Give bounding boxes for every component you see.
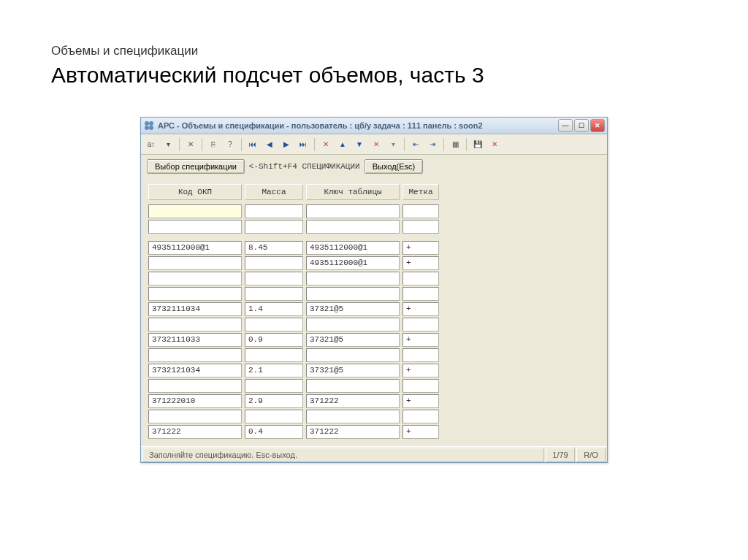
cell-c4[interactable]: + <box>402 302 439 316</box>
cell-c2[interactable] <box>245 410 303 423</box>
status-position: 1/79 <box>546 448 575 462</box>
cell-c2[interactable] <box>245 256 303 270</box>
table-row <box>148 318 600 331</box>
column-header-mass[interactable]: Масса <box>245 184 303 200</box>
cell-c4[interactable]: + <box>402 256 439 270</box>
cell-c2[interactable] <box>245 204 303 218</box>
indent-left-button[interactable]: ⇤ <box>408 137 423 152</box>
cell-c4[interactable] <box>402 379 439 393</box>
maximize-button[interactable]: ☐ <box>574 119 589 132</box>
cell-c2[interactable]: 0.9 <box>245 333 303 347</box>
cell-c3[interactable] <box>306 204 400 218</box>
exit-button[interactable]: Выход(Esc) <box>365 159 424 174</box>
cell-c2[interactable]: 2.9 <box>245 394 303 408</box>
cell-c3[interactable] <box>306 318 400 331</box>
cell-c1[interactable] <box>148 220 242 234</box>
window-title: АРС - Объемы и спецификации - пользовате… <box>158 121 558 130</box>
table-row: 37321110330.937321@5+ <box>148 333 600 347</box>
cell-c1[interactable]: 371222010 <box>148 394 242 408</box>
cell-c3[interactable]: 37321@5 <box>306 364 400 377</box>
delete-button[interactable]: ✕ <box>318 137 333 152</box>
cell-c4[interactable] <box>402 410 439 423</box>
close-x-button[interactable]: ✕ <box>183 137 198 152</box>
cell-c3[interactable]: 371222 <box>306 394 400 408</box>
separator <box>202 138 202 151</box>
cell-c4[interactable] <box>402 272 439 285</box>
row-spacer <box>148 235 600 241</box>
close-button[interactable]: ✕ <box>590 119 605 132</box>
cell-c2[interactable] <box>245 220 303 234</box>
cancel-button[interactable]: ✕ <box>487 137 502 152</box>
cell-c2[interactable] <box>245 318 303 331</box>
cell-c3[interactable] <box>306 379 400 393</box>
cell-c1[interactable]: 3732121034 <box>148 364 242 377</box>
cell-c4[interactable] <box>402 348 439 362</box>
cell-c2[interactable] <box>245 287 303 301</box>
nav-next-button[interactable]: ▶ <box>279 137 294 152</box>
nav-last-button[interactable]: ⏭ <box>296 137 310 152</box>
down-arrow-button[interactable]: ▼ <box>352 137 367 152</box>
cell-c2[interactable] <box>245 348 303 362</box>
toolbar: a↕ ▾ ✕ ⎘ ? ⏮ ◀ ▶ ⏭ ✕ ▲ ▼ ✕ ▾ ⇤ ⇥ ▦ 💾 ✕ <box>141 134 607 155</box>
table-row <box>148 379 600 393</box>
dropdown-button[interactable]: ▾ <box>161 137 175 152</box>
cell-c3[interactable] <box>306 410 400 423</box>
minimize-button[interactable]: — <box>558 119 573 132</box>
delete2-button[interactable]: ✕ <box>369 137 383 152</box>
cell-c1[interactable] <box>148 410 242 423</box>
cell-c1[interactable]: 371222 <box>148 425 242 439</box>
cell-c1[interactable] <box>148 318 242 331</box>
help-button[interactable]: ? <box>223 137 237 152</box>
shortcut-hint: <-Shift+F4 СПЕЦИФИКАЦИИ <box>249 162 360 171</box>
cell-c2[interactable]: 8.45 <box>245 241 303 255</box>
cell-c4[interactable] <box>402 287 439 301</box>
cell-c1[interactable]: 3732111034 <box>148 302 242 316</box>
svg-point-3 <box>149 126 153 130</box>
column-header-key[interactable]: Ключ таблицы <box>306 184 400 200</box>
cell-c1[interactable] <box>148 272 242 285</box>
cell-c4[interactable] <box>402 204 439 218</box>
cell-c4[interactable]: + <box>402 394 439 408</box>
cell-c3[interactable] <box>306 287 400 301</box>
grid-rows: 4935112000@18.454935112000@1+4935112000@… <box>145 203 603 442</box>
grid-button[interactable]: ▦ <box>448 137 462 152</box>
column-header-mark[interactable]: Метка <box>402 184 439 200</box>
indent-right-button[interactable]: ⇥ <box>425 137 440 152</box>
nav-first-button[interactable]: ⏮ <box>245 137 260 152</box>
table-row <box>148 204 600 218</box>
collapse-button[interactable]: ▾ <box>386 137 400 152</box>
cell-c2[interactable] <box>245 272 303 285</box>
cell-c3[interactable]: 37321@5 <box>306 302 400 316</box>
save-button[interactable]: 💾 <box>470 137 485 152</box>
cell-c4[interactable]: + <box>402 333 439 347</box>
cell-c1[interactable] <box>148 256 242 270</box>
copy-button[interactable]: ⎘ <box>206 137 221 152</box>
cell-c3[interactable]: 4935112000@1 <box>306 241 400 255</box>
cell-c1[interactable]: 3732111033 <box>148 333 242 347</box>
cell-c3[interactable] <box>306 272 400 285</box>
cell-c3[interactable] <box>306 348 400 362</box>
column-header-okp[interactable]: Код ОКП <box>148 184 242 200</box>
cell-c2[interactable]: 2.1 <box>245 364 303 377</box>
cell-c4[interactable] <box>402 220 439 234</box>
cell-c2[interactable] <box>245 379 303 393</box>
cell-c1[interactable] <box>148 348 242 362</box>
cell-c1[interactable] <box>148 287 242 301</box>
cell-c3[interactable]: 371222 <box>306 425 400 439</box>
cell-c4[interactable] <box>402 318 439 331</box>
font-size-button[interactable]: a↕ <box>144 137 159 152</box>
nav-prev-button[interactable]: ◀ <box>262 137 277 152</box>
select-spec-button[interactable]: Выбор спецификации <box>147 159 245 174</box>
cell-c3[interactable]: 37321@5 <box>306 333 400 347</box>
cell-c3[interactable]: 4935112000@1 <box>306 256 400 270</box>
cell-c1[interactable] <box>148 379 242 393</box>
up-arrow-button[interactable]: ▲ <box>335 137 350 152</box>
cell-c2[interactable]: 1.4 <box>245 302 303 316</box>
cell-c1[interactable]: 4935112000@1 <box>148 241 242 255</box>
cell-c4[interactable]: + <box>402 241 439 255</box>
cell-c1[interactable] <box>148 204 242 218</box>
cell-c3[interactable] <box>306 220 400 234</box>
cell-c2[interactable]: 0.4 <box>245 425 303 439</box>
cell-c4[interactable]: + <box>402 425 439 439</box>
cell-c4[interactable]: + <box>402 364 439 377</box>
